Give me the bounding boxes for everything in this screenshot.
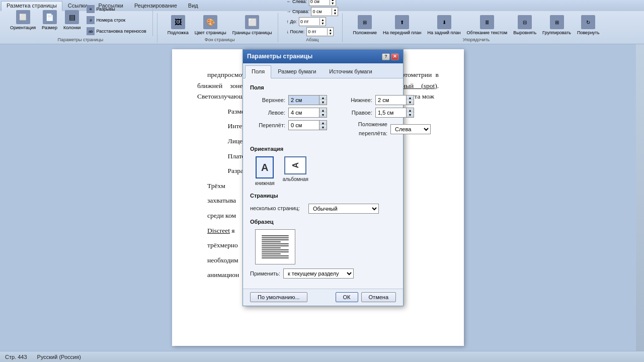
btn-linenums-label: Номера строк <box>96 18 125 23</box>
lower-spin-down[interactable]: ▼ <box>407 100 414 105</box>
btn-position-label: Положение <box>353 30 377 35</box>
right-row: Правое: ▲ ▼ <box>337 108 431 118</box>
btn-rotate[interactable]: ↻ Повернуть <box>575 14 601 36</box>
left-input-group[interactable]: ▲ ▼ <box>288 108 327 118</box>
spacing-before-spin: ▲ ▼ <box>319 18 326 25</box>
indent-left-down[interactable]: ▼ <box>330 2 336 5</box>
preview-line-5 <box>262 243 289 244</box>
fields-columns: Верхнее: ▲ ▼ <box>250 95 396 140</box>
indent-left-input-group[interactable]: ▲ ▼ <box>309 0 336 6</box>
indent-right-down[interactable]: ▼ <box>332 12 338 15</box>
left-label: Левое: <box>250 109 285 118</box>
btn-borders[interactable]: ⬜ Границы страницы <box>230 14 274 36</box>
left-input[interactable] <box>289 108 319 117</box>
lower-input-group[interactable]: ▲ ▼ <box>375 95 414 105</box>
spacing-after-up[interactable]: ▲ <box>328 28 333 32</box>
lower-spin: ▲ ▼ <box>406 96 414 105</box>
orientation-portrait[interactable]: A книжная <box>255 156 275 188</box>
dialog-help-btn[interactable]: ? <box>382 53 390 60</box>
indent-left-input[interactable] <box>309 0 330 6</box>
btn-hyphen[interactable]: ab Расстановка переносов <box>85 26 148 36</box>
btn-breaks[interactable]: ≡ Разрывы <box>85 4 148 14</box>
gutter-pos-select[interactable]: Слева Сверху <box>390 124 431 134</box>
lower-row: Нижнее: ▲ ▼ <box>337 95 431 105</box>
btn-group-label: Группировать <box>542 30 571 35</box>
spacing-before-label: ↑ До: <box>286 19 297 24</box>
gutter-input[interactable] <box>289 121 319 130</box>
dialog-tab-fields[interactable]: Поля <box>245 65 271 78</box>
right-spin: ▲ ▼ <box>406 108 414 117</box>
preview-section: Образец <box>250 218 396 265</box>
pagecolor-icon: 🎨 <box>203 15 217 29</box>
upper-input-group[interactable]: ▲ ▼ <box>288 95 327 105</box>
spacing-before-down[interactable]: ▼ <box>320 22 326 25</box>
orientation-landscape[interactable]: A альбомная <box>283 156 308 188</box>
default-button[interactable]: По умолчанию... <box>250 292 307 302</box>
left-spin: ▲ ▼ <box>319 108 327 117</box>
btn-front[interactable]: ⬆ На передний план <box>381 14 424 36</box>
cancel-button[interactable]: Отмена <box>361 292 396 302</box>
btn-back[interactable]: ⬇ На задний план <box>426 14 463 36</box>
spacing-after-input[interactable] <box>307 28 327 36</box>
preview-line-10 <box>262 253 281 254</box>
spacing-before-input-group[interactable]: ▲ ▼ <box>299 17 326 26</box>
lower-label: Нижнее: <box>337 96 372 105</box>
pages-section: Страницы несколько страниц: Обычный Зерк… <box>250 192 396 214</box>
indent-right-input[interactable] <box>311 8 332 16</box>
btn-orientation[interactable]: ⬜ Ориентация <box>8 9 38 31</box>
preview-line-11 <box>262 255 289 256</box>
group-params-label: Параметры страницы <box>58 37 104 42</box>
lower-input[interactable] <box>376 96 406 105</box>
right-spin-down[interactable]: ▼ <box>407 113 414 117</box>
gutter-spin: ▲ ▼ <box>319 121 327 130</box>
right-input-group[interactable]: ▲ ▼ <box>375 108 414 118</box>
right-panel <box>636 44 644 351</box>
landscape-icon: A <box>284 156 306 174</box>
apply-select[interactable]: к текущему разделу ко всему документу до… <box>283 268 354 279</box>
apply-label: Применить: <box>250 269 280 279</box>
dialog-tab-paper-source[interactable]: Источник бумаги <box>323 65 378 78</box>
back-icon: ⬇ <box>437 15 451 29</box>
btn-podlozhka[interactable]: 🖼 Подложка <box>166 14 191 36</box>
btn-align[interactable]: ⊟ Выровнять <box>511 14 538 36</box>
btn-position[interactable]: ⊞ Положение <box>351 14 379 36</box>
dialog-body: Поля Верхнее: ▲ ▼ <box>243 78 403 289</box>
indent-right-up[interactable]: ▲ <box>332 8 338 12</box>
gutter-input-group[interactable]: ▲ ▼ <box>288 120 327 130</box>
tab-vid[interactable]: Вид <box>183 1 204 11</box>
btn-align-label: Выровнять <box>513 30 536 35</box>
ribbon-group-order: ⊞ Положение ⬆ На передний план ⬇ На задн… <box>347 13 605 42</box>
spacing-before-input[interactable] <box>299 18 319 26</box>
right-input[interactable] <box>376 108 406 117</box>
ribbon-group-bg: 🖼 Подложка 🎨 Цвет страницы ⬜ Границы стр… <box>162 13 279 42</box>
spacing-after-row: ↓ После: ▲ ▼ <box>286 27 338 36</box>
btn-linenums[interactable]: # Номера строк <box>85 15 148 25</box>
several-select[interactable]: Обычный Зеркальные поля 2 страницы на ли… <box>308 204 379 214</box>
spacing-before-row: ↑ До: ▲ ▼ <box>286 17 338 26</box>
ribbon-group-para: ← Слева: ▲ ▼ → Справа: ▲ <box>282 13 343 42</box>
left-spin-down[interactable]: ▼ <box>319 113 327 117</box>
linenums-icon: # <box>87 16 95 24</box>
group-order-label: Упорядочить <box>463 37 490 42</box>
orientation-section: Ориентация A книжная <box>250 145 396 188</box>
btn-pagecolor[interactable]: 🎨 Цвет страницы <box>193 14 228 36</box>
upper-spin-down[interactable]: ▼ <box>319 100 327 105</box>
ok-button[interactable]: ОК <box>336 292 358 302</box>
dialog-tab-paper-size[interactable]: Размер бумаги <box>271 65 323 78</box>
preview-line-8 <box>262 249 289 250</box>
spacing-before-up[interactable]: ▲ <box>320 18 326 22</box>
indent-right-input-group[interactable]: ▲ ▼ <box>311 7 338 16</box>
doc-container: предпросмотр в окнах Browse и Light , ул… <box>0 44 636 351</box>
spacing-after-down[interactable]: ▼ <box>328 32 333 35</box>
gutter-spin-down[interactable]: ▼ <box>319 125 327 130</box>
upper-input[interactable] <box>289 96 319 105</box>
group-bg-label: Фон страницы <box>205 37 235 42</box>
btn-columns[interactable]: ▤ Колонки <box>61 9 83 31</box>
dialog-close-btn[interactable]: ✕ <box>391 53 399 60</box>
preview-line-1 <box>262 235 289 236</box>
btn-group[interactable]: ⊞ Группировать <box>540 14 573 36</box>
btn-size[interactable]: 📄 Размер <box>40 9 59 31</box>
preview-lines <box>262 235 289 258</box>
spacing-after-input-group[interactable]: ▲ ▼ <box>306 27 334 36</box>
btn-wrap[interactable]: ≣ Обтекание текстом <box>465 14 510 36</box>
